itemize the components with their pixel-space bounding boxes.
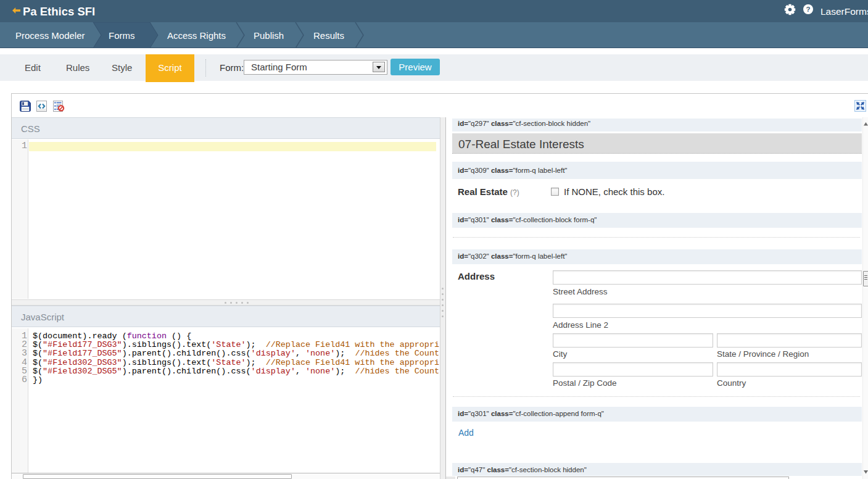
svg-text:?: ? xyxy=(806,6,810,13)
